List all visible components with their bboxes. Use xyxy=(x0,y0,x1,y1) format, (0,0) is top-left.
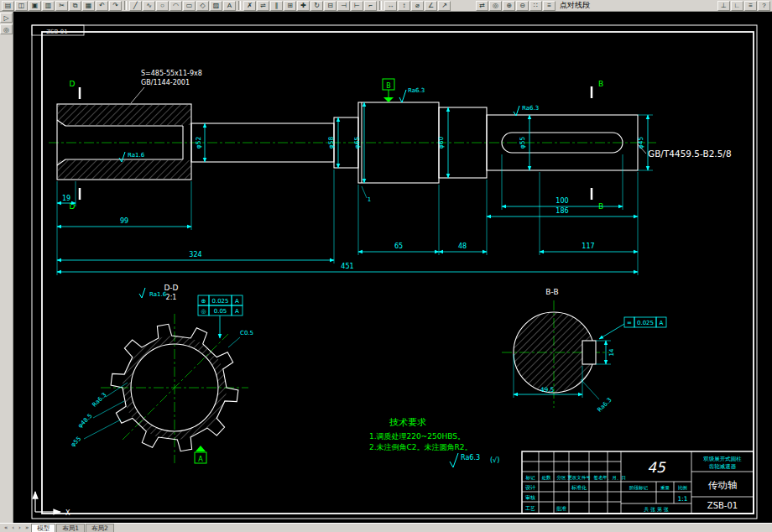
dim-angle-icon[interactable]: ∠ xyxy=(425,1,437,11)
rotate-icon[interactable]: ↻ xyxy=(310,1,323,11)
bb-tol-val: 0.025 xyxy=(637,320,654,326)
tab-nav-next-button[interactable]: › xyxy=(17,524,23,532)
dim-linear-icon[interactable]: ↔ xyxy=(384,1,397,11)
toolbar-s xyxy=(124,1,127,10)
offset-icon[interactable]: ∥ xyxy=(270,1,283,11)
drawing-canvas[interactable]: ZSB-01 xyxy=(13,12,772,523)
dd-chamfer-label: C0.5 xyxy=(240,330,253,336)
ortho-icon[interactable]: ∟ xyxy=(731,1,743,11)
tab-layout2[interactable]: 布局2 xyxy=(86,524,114,532)
osnap-icon[interactable]: ⊥ xyxy=(717,1,730,11)
save-icon[interactable]: ▣ xyxy=(29,1,41,11)
dim-vertical-icon[interactable]: ↕ xyxy=(398,1,410,11)
draw-line-icon[interactable]: ╱ xyxy=(129,1,142,11)
tb-row-approve: 批准 xyxy=(556,505,566,512)
cut-icon[interactable]: ✂ xyxy=(55,1,68,11)
toolbar-s xyxy=(238,1,241,10)
layers-icon[interactable]: ≡ xyxy=(744,1,757,11)
section-b-letter-top: B xyxy=(598,80,603,88)
print-icon[interactable]: ▥ xyxy=(42,1,55,11)
global-roughness-suffix: (√) xyxy=(490,456,499,464)
list-icon[interactable]: ≡ xyxy=(543,1,556,11)
bb-depth-dim: 49.5 xyxy=(540,386,555,394)
draw-polyline-icon[interactable]: ∿ xyxy=(143,1,155,11)
tb-stage-label: 阶段标记 xyxy=(629,485,649,491)
dimension-texts: 19 99 324 451 65 48 117 186 100 1 φ52 φ5… xyxy=(62,137,644,270)
spline-note-line1: S=485-55x11-9x8 xyxy=(141,70,202,77)
tab-nav-prev-button[interactable]: ‹ xyxy=(10,524,16,532)
section-dd-view: D-D 2:1 ⊕ 0.025 A ◎ 0.05 A Ra1.6 C0.5 xyxy=(70,284,253,463)
tab-nav-last-button[interactable]: » xyxy=(23,524,30,532)
tb-row-design: 设计 xyxy=(525,484,535,490)
move-icon[interactable]: ✚ xyxy=(297,1,310,11)
tab-nav-first-button[interactable]: « xyxy=(3,524,9,532)
top-toolbar: ▤◫▣▥✂⧉▦↶↷╱∿○◠▭◇▨A✗⇌∥⊞✚↻⊟⊣⊢⌐↔↕⌀∠↗⇄◎⊕⊖∷≡点对… xyxy=(0,0,772,12)
new-file-icon[interactable]: ▤ xyxy=(2,1,14,11)
pointer-icon[interactable]: ▷ xyxy=(0,13,13,23)
extend-icon[interactable]: ⊢ xyxy=(351,1,363,11)
dd-tol1-ref: A xyxy=(235,298,239,305)
shaft-main-view: D D B B B S=485-55x11-9x8 GB/1144-2001 G… xyxy=(49,70,732,275)
tb-part-name: 传动轴 xyxy=(708,479,738,491)
array-icon[interactable]: ⊞ xyxy=(284,1,296,11)
app-window: ▤◫▣▥✂⧉▦↶↷╱∿○◠▭◇▨A✗⇌∥⊞✚↻⊟⊣⊢⌐↔↕⌀∠↗⇄◎⊕⊖∷≡点对… xyxy=(0,0,772,532)
dim-len451: 451 xyxy=(341,263,353,270)
draw-rectangle-icon[interactable]: ▭ xyxy=(183,1,196,11)
dd-diag1: Ra6.3 xyxy=(91,392,108,409)
datum-a-letter: A xyxy=(198,456,203,463)
tb-col-date: 年、月、日 xyxy=(602,475,626,481)
tb-row-std: 标准化 xyxy=(571,484,587,491)
draw-polygon-icon[interactable]: ◇ xyxy=(196,1,209,11)
dim-dia5: φ55 xyxy=(519,137,526,149)
tb-scale-label: 比例 xyxy=(678,485,687,491)
undo-icon[interactable]: ↶ xyxy=(96,1,108,11)
draw-circle-icon[interactable]: ○ xyxy=(156,1,169,11)
trim-icon[interactable]: ⊣ xyxy=(337,1,350,11)
dd-tol2-val: 0.05 xyxy=(214,308,227,315)
leader-icon[interactable]: ↗ xyxy=(438,1,451,11)
pan-icon[interactable]: ⇄ xyxy=(476,1,488,11)
zoom-in-icon[interactable]: ⊕ xyxy=(503,1,515,11)
erase-icon[interactable]: ✗ xyxy=(243,1,256,11)
dd-tol1-val: 0.025 xyxy=(211,298,228,305)
dimension-lines xyxy=(57,102,648,272)
redo-icon[interactable]: ↷ xyxy=(109,1,122,11)
toolbar-hint-label: 点对线段 xyxy=(556,0,593,11)
distance-icon[interactable]: ∷ xyxy=(529,1,542,11)
roughness-label-2: Ra1.6 xyxy=(128,152,145,159)
draw-arc-icon[interactable]: ◠ xyxy=(170,1,182,11)
tab-layout1[interactable]: 布局1 xyxy=(56,524,85,532)
zoom-window-icon[interactable]: ◎ xyxy=(489,1,502,11)
datum-a-symbol: A xyxy=(195,446,206,463)
copy-icon[interactable]: ⧉ xyxy=(69,1,81,11)
tab-model[interactable]: 模型 xyxy=(31,524,55,532)
tb-scale-value: 1:1 xyxy=(677,495,687,503)
text-icon[interactable]: A xyxy=(223,1,236,11)
dd-tol2-sym: ◎ xyxy=(201,308,206,315)
toolbar-s xyxy=(379,1,382,10)
help-icon[interactable]: ? xyxy=(758,1,770,11)
spline-hatch-bottom xyxy=(58,160,190,179)
hatch-icon[interactable]: ▨ xyxy=(210,1,222,11)
paste-icon[interactable]: ▦ xyxy=(82,1,95,11)
bb-width-dim: 14 xyxy=(608,348,615,356)
zoom-tool-icon[interactable]: ◎ xyxy=(0,24,13,34)
fillet-icon[interactable]: ⌐ xyxy=(364,1,377,11)
scale-icon[interactable]: ⊟ xyxy=(324,1,336,11)
tb-weight-label: 重量 xyxy=(660,485,670,490)
mirror-icon[interactable]: ⇌ xyxy=(257,1,269,11)
roughness-label-1: Ra6.3 xyxy=(408,87,425,94)
tb-material: 45 xyxy=(647,459,666,476)
left-toolbar: ▷ ◎ xyxy=(0,12,13,523)
ucs-x-label: X xyxy=(65,509,70,517)
dim-len65: 65 xyxy=(394,243,403,250)
dim-radius-icon[interactable]: ⌀ xyxy=(411,1,424,11)
section-cut-marks xyxy=(80,86,592,200)
datum-b-symbol: B xyxy=(383,79,394,102)
frame-corner-label: ZSB-01 xyxy=(46,29,67,35)
section-d-letter-bottom: D xyxy=(70,202,76,211)
dd-roughness-label: Ra1.6 xyxy=(149,291,167,298)
zoom-out-icon[interactable]: ⊖ xyxy=(516,1,529,11)
center-hole-note-text: GB/T4459.5-B2.5/8 xyxy=(648,149,732,159)
open-file-icon[interactable]: ◫ xyxy=(15,1,28,11)
